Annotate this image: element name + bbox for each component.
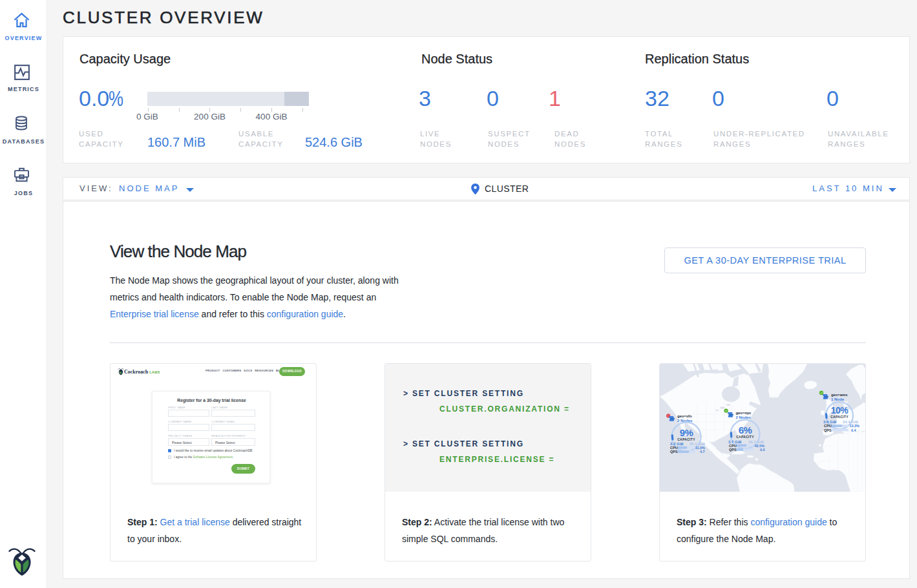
- svg-text:CAPACITY: CAPACITY: [830, 415, 848, 419]
- svg-text:CAPACITY: CAPACITY: [677, 437, 695, 441]
- svg-text:CPU: CPU: [824, 424, 832, 428]
- svg-text:0.4: 0.4: [851, 428, 857, 432]
- svg-text:CPU: CPU: [670, 446, 678, 450]
- svg-text:0.0: 0.0: [760, 448, 765, 452]
- svg-text:QPS: QPS: [729, 448, 737, 452]
- svg-text:2 Nodes: 2 Nodes: [736, 415, 752, 419]
- svg-text:3.2 GiB: 3.2 GiB: [670, 442, 684, 446]
- svg-text:3.6 GiB: 3.6 GiB: [823, 420, 837, 424]
- svg-text:QPS: QPS: [670, 450, 678, 454]
- svg-text:34.4 GiB: 34.4 GiB: [843, 420, 859, 424]
- svg-text:CPU: CPU: [729, 444, 737, 448]
- svg-text:10%: 10%: [831, 405, 849, 415]
- svg-text:9%: 9%: [680, 427, 693, 438]
- svg-text:42.5%: 42.5%: [754, 444, 764, 448]
- svg-text:QPS: QPS: [824, 428, 832, 432]
- svg-text:1 Node: 1 Node: [831, 397, 845, 401]
- svg-text:13.3%: 13.3%: [849, 424, 859, 428]
- svg-text:35.1 GiB: 35.1 GiB: [690, 442, 706, 446]
- svg-text:CAPACITY: CAPACITY: [736, 435, 754, 439]
- svg-text:11.0%: 11.0%: [695, 446, 705, 450]
- svg-text:6%: 6%: [739, 425, 752, 436]
- svg-text:4.7: 4.7: [700, 450, 705, 454]
